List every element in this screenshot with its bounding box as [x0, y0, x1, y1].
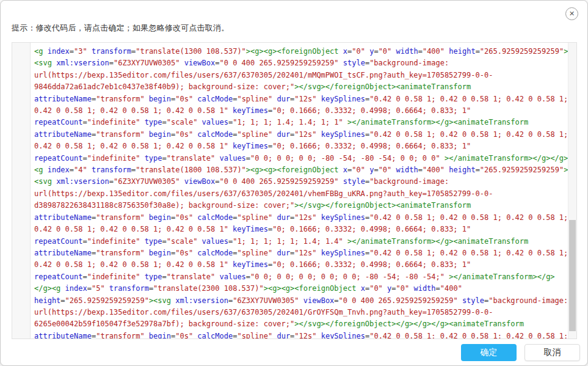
code-line: repeatCount="indefinite" type="translate…: [34, 153, 568, 164]
code-line: <g index="3" transform="translate(1300 1…: [34, 46, 568, 57]
code-line: 0.42 0 0.58 1; 0.42 0 0.58 1; 0.42 0 0.5…: [34, 105, 568, 117]
code-line: url(https://bexp.135editor.com/files/use…: [34, 307, 568, 318]
editor-scrollbar[interactable]: [568, 43, 576, 339]
code-line: repeatCount="indefinite" type="scale" va…: [34, 117, 568, 128]
code-line: </g><g index="5" transform="translate(23…: [34, 283, 568, 295]
dialog-footer: 确定 取消: [461, 344, 580, 361]
code-line: 0.42 0 0.58 1; 0.42 0 0.58 1; 0.42 0 0.5…: [34, 224, 568, 235]
close-icon[interactable]: ✕: [565, 7, 578, 20]
code-lines[interactable]: <g index="3" transform="translate(1300 1…: [34, 46, 568, 339]
code-line: repeatCount="indefinite" type="scale" va…: [34, 236, 568, 247]
code-line: height="265.9259259259259"><svg xml:vser…: [34, 295, 568, 307]
code-line: d38987822638431188c8756350f30a8e); backg…: [34, 200, 568, 211]
code-line: attributeName="transform" begin="0s" cal…: [34, 212, 568, 224]
code-line: 0.42 0 0.58 1; 0.42 0 0.58 1; 0.42 0 0.5…: [34, 259, 568, 271]
code-line: <g index="4" transform="translate(1800 1…: [34, 164, 568, 176]
code-line: url(https://bexp.135editor.com/files/use…: [34, 70, 568, 81]
code-line: attributeName="transform" begin="0s" cal…: [34, 247, 568, 259]
code-line: 0.42 0 0.58 1; 0.42 0 0.58 1; 0.42 0 0.5…: [34, 141, 568, 152]
code-line: 6265e00042b59f105047f3e52978a7bf); backg…: [34, 318, 568, 330]
code-line: <svg xml:vsersion="6Z3XY7UVW0305" viewBo…: [34, 176, 568, 188]
scrollbar-thumb[interactable]: [569, 220, 576, 331]
cancel-button[interactable]: 取消: [524, 344, 580, 361]
code-line: attributeName="transform" begin="0s" cal…: [34, 129, 568, 141]
code-line: url(https://bexp.135editor.com/files/use…: [34, 188, 568, 200]
code-line: 9846dda72a61adc7eb1c0437e38f40b9); backg…: [34, 81, 568, 93]
code-line: <svg xml:vsersion="6Z3XY7UVW0305" viewBo…: [34, 57, 568, 69]
editor-gutter: [12, 43, 31, 339]
dialog-hint: 提示：修改代码后，请点击确定；如果忽略修改可点击取消。: [12, 23, 229, 34]
code-edit-dialog: ✕ 提示：修改代码后，请点击确定；如果忽略修改可点击取消。 <g index="…: [0, 0, 588, 366]
code-editor[interactable]: <g index="3" transform="translate(1300 1…: [12, 42, 577, 339]
code-line: repeatCount="indefinite" type="translate…: [34, 271, 568, 283]
confirm-button[interactable]: 确定: [461, 344, 517, 361]
code-line: attributeName="transform" begin="0s" cal…: [34, 93, 568, 105]
code-line: attributeName="transform" begin="0s" cal…: [34, 331, 568, 339]
